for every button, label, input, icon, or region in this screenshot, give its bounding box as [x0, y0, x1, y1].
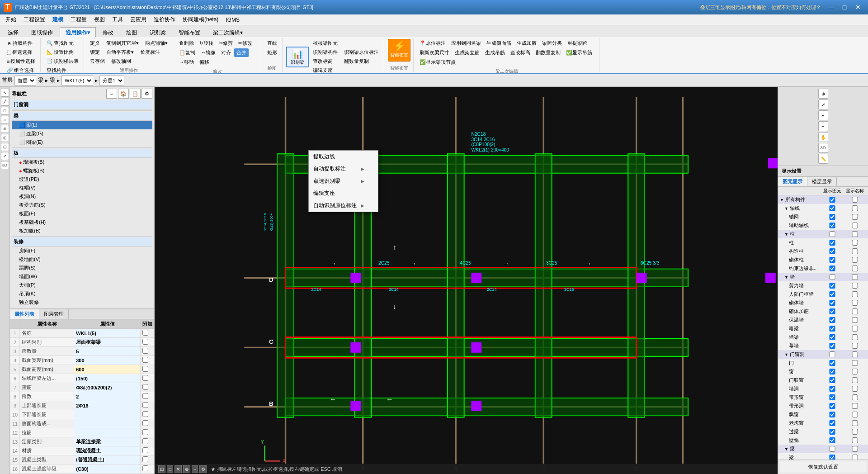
nav-ceiling[interactable]: 天棚(P)	[12, 281, 152, 289]
prop-attach-checkbox[interactable]	[142, 402, 148, 408]
sidebar-icon-fit[interactable]: ⤢	[1, 152, 9, 160]
nav-col-cap[interactable]: 柱帽(V)	[12, 184, 152, 192]
prop-attach-checkbox[interactable]	[142, 420, 148, 426]
btn-trim[interactable]: ✂修剪	[217, 39, 235, 47]
btn-check-beam[interactable]: 校核梁图元	[311, 39, 340, 47]
btn-edit-support[interactable]: 编辑支座	[311, 66, 340, 73]
chk-wall-el[interactable]	[821, 274, 844, 280]
chk-dw-comb-el[interactable]	[821, 377, 844, 383]
btn-hint-rect[interactable]: □	[167, 465, 173, 473]
menu-build[interactable]: 建模	[49, 15, 67, 24]
btn-id-beam-label[interactable]: 识别梁原位标注	[342, 48, 381, 57]
chk-col-show-el[interactable]	[821, 231, 844, 237]
chk-grid-show-el[interactable]	[821, 214, 844, 220]
nav-beam-L[interactable]: 🟦 梁(L)	[12, 121, 152, 129]
chk-insulation-wall-name[interactable]	[844, 317, 866, 323]
chk-axis-show-el[interactable]	[821, 205, 844, 211]
prop-attach-checkbox[interactable]	[142, 438, 148, 444]
chk-col-d-show-name[interactable]	[844, 240, 866, 246]
floor-select[interactable]: 首层 2层 3层	[14, 76, 36, 85]
ctx-menu-auto-extract[interactable]: 自动提取标注 ▶	[309, 163, 378, 175]
nav-btn-home[interactable]: 🏠	[118, 89, 129, 99]
btn-rotate[interactable]: ↻旋转	[197, 39, 216, 47]
nav-room[interactable]: 房间(F)	[12, 246, 152, 255]
chk-wall-hole-name[interactable]	[844, 386, 866, 392]
prop-attach-checkbox[interactable]	[142, 456, 148, 462]
chk-wall-beam-name[interactable]	[844, 334, 866, 340]
btn-edit[interactable]: ✏修改	[236, 39, 255, 47]
chk-axis-show-name[interactable]	[844, 205, 866, 211]
chk-struct-col-name[interactable]	[844, 248, 866, 254]
chk-bay-window-el[interactable]	[821, 412, 844, 417]
sidebar-icon-circle[interactable]: ○	[1, 116, 9, 124]
btn-define[interactable]: 定义	[88, 39, 102, 47]
prop-attach-checkbox[interactable]	[142, 348, 148, 354]
chk-beam-display-name[interactable]	[844, 446, 866, 452]
ctx-menu-edit-support[interactable]: 编辑支座	[309, 187, 378, 199]
chk-wall-hole-el[interactable]	[821, 386, 844, 392]
btn-flip-copy[interactable]: 翻数量复制	[342, 57, 381, 66]
nav-btn-doc[interactable]: 📋	[130, 89, 141, 99]
chk-window-name[interactable]	[844, 369, 866, 374]
chk-all-show-name[interactable]	[844, 197, 866, 203]
chk-struct-col-el[interactable]	[821, 248, 844, 254]
nav-beam-E[interactable]: ⬜ 圈梁(E)	[12, 138, 152, 147]
btn-rect[interactable]: 矩形	[265, 48, 279, 57]
nav-indep-decor[interactable]: 独立装修	[12, 298, 152, 307]
chk-masonry-col-name[interactable]	[844, 257, 866, 263]
btn-align[interactable]: 对齐	[219, 48, 233, 57]
chk-strip-hole-name[interactable]	[844, 403, 866, 409]
nav-door-window[interactable]: 门窗洞	[12, 100, 152, 109]
chk-aux-show-name[interactable]	[844, 223, 866, 228]
btn-gen-haunch[interactable]: 生成加腋	[514, 39, 539, 47]
chk-wall-name[interactable]	[844, 274, 866, 280]
nav-slab-B[interactable]: ● 现浇板(B)	[12, 158, 152, 166]
sidebar-icon-zoom-in[interactable]: ⊞	[1, 134, 9, 142]
btn-identify-beam[interactable]: 📊 识别梁	[286, 47, 309, 67]
chk-door-el[interactable]	[821, 360, 844, 366]
chk-col-show-name[interactable]	[844, 231, 866, 237]
ribbon-tab-ops[interactable]: 图纸操作	[25, 27, 59, 37]
btn-check-elevation[interactable]: 查改标高	[311, 57, 340, 66]
btn-two-points[interactable]: 两点辅轴▾	[143, 39, 170, 47]
maximize-button[interactable]: □	[838, 2, 851, 13]
menu-price-collab[interactable]: 造价协作	[150, 15, 179, 24]
btn-cloud-save[interactable]: 云存储	[88, 57, 107, 66]
chk-beam-d-name[interactable]	[844, 455, 866, 460]
nav-ramp[interactable]: 坡道(PD)	[12, 175, 152, 184]
sidebar-icon-3d[interactable]: 3D	[1, 161, 9, 169]
menu-quantity[interactable]: 工程量	[67, 15, 90, 24]
prop-attach-checkbox[interactable]	[142, 366, 148, 372]
nav-slab-haunch[interactable]: 板加腋(B)	[12, 227, 152, 235]
prop-attach-checkbox[interactable]	[142, 411, 148, 417]
btn-hint-tool1[interactable]: ⊡	[158, 465, 165, 473]
chk-overbeam-name[interactable]	[844, 429, 866, 435]
ctx-menu-extract-edge[interactable]: 提取边线	[309, 151, 378, 163]
chk-shear-wall-el[interactable]	[821, 283, 844, 289]
chk-curtain-wall-name[interactable]	[844, 343, 866, 349]
chk-masonry-wall-el[interactable]	[821, 300, 844, 306]
prop-attach-checkbox[interactable]	[142, 357, 148, 363]
chk-all-show-el[interactable]	[821, 197, 844, 203]
tab-props-list[interactable]: 属性列表	[10, 309, 39, 319]
btn-gen-side-bar[interactable]: 生成侧面筋	[484, 39, 514, 47]
nav-slab-hole[interactable]: 板洞(N)	[12, 192, 152, 201]
nav-slab-found-h[interactable]: 板基础板(H)	[12, 218, 152, 227]
chk-grid-show-name[interactable]	[844, 214, 866, 220]
chk-hidden-beam-el[interactable]	[821, 326, 844, 332]
chk-dw-name[interactable]	[844, 351, 866, 357]
btn-original-label[interactable]: 📍原位标注	[417, 39, 448, 47]
btn-box-select[interactable]: ⬚ 框选选择	[5, 48, 38, 57]
chk-dw-comb-name[interactable]	[844, 377, 866, 383]
btn-reset-defaults[interactable]: 恢复默认设置	[780, 462, 866, 472]
btn-offset[interactable]: 偏移	[197, 58, 212, 66]
nav-slab-header[interactable]: 板	[12, 149, 152, 158]
sidebar-icon-measure[interactable]: ⊕	[1, 125, 9, 133]
minimize-button[interactable]: —	[825, 2, 837, 13]
prop-attach-checkbox[interactable]	[142, 447, 148, 453]
chk-masonry-col-el[interactable]	[821, 257, 844, 263]
prop-value-cell[interactable]: 600	[74, 365, 141, 374]
nav-suspended[interactable]: 吊顶(K)	[12, 289, 152, 298]
component-select[interactable]: WKL1(5) WKL2(1) KL6(3)	[61, 76, 93, 85]
menu-igms[interactable]: IGMS	[222, 16, 243, 24]
